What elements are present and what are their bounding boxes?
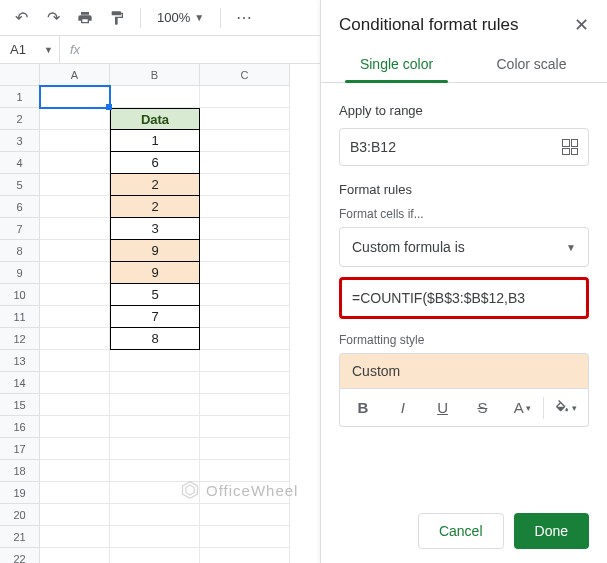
- row-header[interactable]: 9: [0, 262, 40, 284]
- data-cell[interactable]: 1: [110, 130, 200, 152]
- row-header[interactable]: 5: [0, 174, 40, 196]
- print-icon[interactable]: [72, 5, 98, 31]
- data-cell[interactable]: 2: [110, 196, 200, 218]
- spreadsheet-grid[interactable]: ABC12Data3146526273899910511712813141516…: [0, 64, 320, 563]
- data-cell[interactable]: 3: [110, 218, 200, 240]
- row-header[interactable]: 19: [0, 482, 40, 504]
- row-header[interactable]: 18: [0, 460, 40, 482]
- cell[interactable]: [40, 460, 110, 482]
- cell[interactable]: [40, 108, 110, 130]
- data-cell[interactable]: 5: [110, 284, 200, 306]
- cell[interactable]: [40, 174, 110, 196]
- cell[interactable]: [40, 196, 110, 218]
- cell[interactable]: [200, 372, 290, 394]
- row-header[interactable]: 14: [0, 372, 40, 394]
- cell[interactable]: [40, 526, 110, 548]
- fill-color-button[interactable]: ▾: [546, 393, 584, 423]
- cell[interactable]: [110, 482, 200, 504]
- cell[interactable]: [200, 86, 290, 108]
- cell[interactable]: [200, 152, 290, 174]
- column-header[interactable]: B: [110, 64, 200, 86]
- cell[interactable]: [40, 240, 110, 262]
- cell[interactable]: [40, 262, 110, 284]
- cell[interactable]: [40, 306, 110, 328]
- column-header[interactable]: A: [40, 64, 110, 86]
- more-icon[interactable]: ⋯: [231, 5, 257, 31]
- cell[interactable]: [110, 460, 200, 482]
- cell[interactable]: [40, 86, 110, 108]
- underline-button[interactable]: U: [424, 393, 462, 423]
- row-header[interactable]: 17: [0, 438, 40, 460]
- row-header[interactable]: 13: [0, 350, 40, 372]
- cell[interactable]: [200, 108, 290, 130]
- cell[interactable]: [200, 262, 290, 284]
- cell[interactable]: [40, 438, 110, 460]
- cell[interactable]: [200, 504, 290, 526]
- cell[interactable]: [200, 196, 290, 218]
- row-header[interactable]: 16: [0, 416, 40, 438]
- row-header[interactable]: 8: [0, 240, 40, 262]
- name-box[interactable]: A1 ▼: [0, 36, 60, 63]
- cell[interactable]: [110, 372, 200, 394]
- cell[interactable]: [110, 504, 200, 526]
- row-header[interactable]: 10: [0, 284, 40, 306]
- cell[interactable]: [40, 152, 110, 174]
- cell[interactable]: [200, 548, 290, 563]
- row-header[interactable]: 7: [0, 218, 40, 240]
- row-header[interactable]: 2: [0, 108, 40, 130]
- cell[interactable]: [200, 174, 290, 196]
- row-header[interactable]: 20: [0, 504, 40, 526]
- select-range-icon[interactable]: [562, 139, 578, 155]
- cell[interactable]: [200, 438, 290, 460]
- cell[interactable]: [110, 86, 200, 108]
- text-color-button[interactable]: A▾: [503, 393, 541, 423]
- cell[interactable]: [40, 350, 110, 372]
- row-header[interactable]: 4: [0, 152, 40, 174]
- undo-icon[interactable]: ↶: [8, 5, 34, 31]
- cell[interactable]: [200, 218, 290, 240]
- cell[interactable]: [200, 130, 290, 152]
- cell[interactable]: [200, 240, 290, 262]
- cell[interactable]: [40, 416, 110, 438]
- cell[interactable]: [40, 328, 110, 350]
- data-header-cell[interactable]: Data: [110, 108, 200, 130]
- cell[interactable]: [110, 526, 200, 548]
- cell[interactable]: [40, 218, 110, 240]
- strikethrough-button[interactable]: S: [463, 393, 501, 423]
- data-cell[interactable]: 6: [110, 152, 200, 174]
- cell[interactable]: [40, 504, 110, 526]
- cell[interactable]: [110, 416, 200, 438]
- condition-dropdown[interactable]: Custom formula is ▼: [339, 227, 589, 267]
- cancel-button[interactable]: Cancel: [418, 513, 504, 549]
- cell[interactable]: [200, 328, 290, 350]
- bold-button[interactable]: B: [344, 393, 382, 423]
- cell[interactable]: [40, 482, 110, 504]
- cell[interactable]: [200, 306, 290, 328]
- cell[interactable]: [40, 130, 110, 152]
- cell[interactable]: [200, 482, 290, 504]
- formula-input[interactable]: =COUNTIF($B$3:$B$12,B3: [339, 277, 589, 319]
- paint-format-icon[interactable]: [104, 5, 130, 31]
- cell[interactable]: [110, 394, 200, 416]
- cell[interactable]: [200, 350, 290, 372]
- column-header[interactable]: C: [200, 64, 290, 86]
- cell[interactable]: [110, 350, 200, 372]
- cell[interactable]: [110, 438, 200, 460]
- data-cell[interactable]: 2: [110, 174, 200, 196]
- cell[interactable]: [110, 548, 200, 563]
- done-button[interactable]: Done: [514, 513, 589, 549]
- cell[interactable]: [40, 548, 110, 563]
- tab-single-color[interactable]: Single color: [329, 46, 464, 82]
- row-header[interactable]: 21: [0, 526, 40, 548]
- row-header[interactable]: 11: [0, 306, 40, 328]
- close-icon[interactable]: ✕: [574, 14, 589, 36]
- row-header[interactable]: 22: [0, 548, 40, 563]
- data-cell[interactable]: 9: [110, 240, 200, 262]
- italic-button[interactable]: I: [384, 393, 422, 423]
- data-cell[interactable]: 8: [110, 328, 200, 350]
- cell[interactable]: [200, 416, 290, 438]
- range-input[interactable]: B3:B12: [339, 128, 589, 166]
- style-preview[interactable]: Custom: [339, 353, 589, 389]
- cell[interactable]: [40, 394, 110, 416]
- zoom-dropdown[interactable]: 100% ▼: [151, 10, 210, 25]
